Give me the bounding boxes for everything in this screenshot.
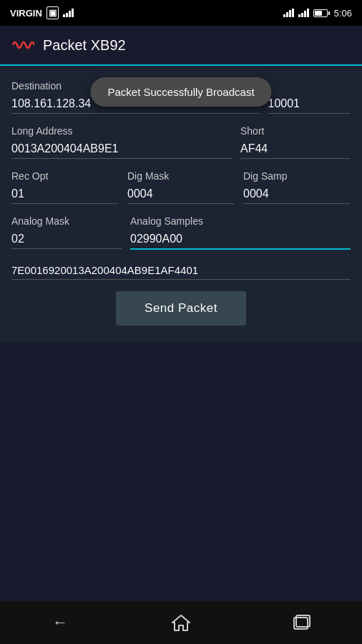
carrier-text: VIRGIN <box>10 8 42 19</box>
clock: 5:06 <box>334 8 352 19</box>
analog-row: Analog Mask Analog Samples <box>11 215 351 250</box>
dig-mask-label: Dig Mask <box>127 170 235 182</box>
toast-message: Packet Successfully Broadcast <box>107 86 254 98</box>
destination-port-input[interactable] <box>268 94 351 114</box>
analog-samples-input[interactable] <box>130 230 351 250</box>
app-logo-icon <box>11 36 34 54</box>
recent-button[interactable] <box>284 610 320 635</box>
analog-mask-label: Analog Mask <box>11 215 122 227</box>
short-address-input[interactable] <box>240 140 351 159</box>
port-label <box>268 80 351 92</box>
status-carrier: VIRGIN ▣ <box>10 6 74 19</box>
analog-mask-group: Analog Mask <box>11 215 122 250</box>
packet-data-row <box>11 261 351 280</box>
rec-opt-input[interactable] <box>11 185 119 204</box>
packet-data-input[interactable] <box>11 261 351 280</box>
wifi-icon <box>283 9 294 17</box>
long-address-input[interactable] <box>11 140 232 159</box>
battery-icon <box>313 9 330 17</box>
long-address-label: Long Address <box>11 125 232 137</box>
analog-mask-input[interactable] <box>11 230 122 249</box>
svg-marker-0 <box>172 615 190 630</box>
app-bar: Packet XB92 <box>0 26 362 66</box>
analog-samples-label: Analog Samples <box>130 215 351 227</box>
destination-port-group <box>268 80 351 114</box>
media-icon: ▣ <box>47 6 59 19</box>
dig-samp-input[interactable] <box>243 185 351 204</box>
back-button[interactable]: ← <box>42 610 78 635</box>
app-title: Packet XB92 <box>43 37 126 54</box>
bottom-nav: ← <box>0 601 362 644</box>
address-row: Long Address Short <box>11 125 351 159</box>
rec-opt-group: Rec Opt <box>11 170 119 204</box>
dig-samp-label: Dig Samp <box>243 170 351 182</box>
dig-mask-group: Dig Mask <box>127 170 235 204</box>
short-address-label: Short <box>240 125 351 137</box>
status-right: 5:06 <box>283 8 352 19</box>
signal-bars-icon <box>63 9 74 17</box>
analog-samples-group: Analog Samples <box>130 215 351 250</box>
dig-samp-group: Dig Samp <box>243 170 351 204</box>
main-content: Destination Long Address Short Rec Opt D… <box>0 66 362 343</box>
short-address-group: Short <box>240 125 351 159</box>
home-button[interactable] <box>163 610 199 635</box>
send-packet-button[interactable]: Send Packet <box>116 291 246 326</box>
toast-notification: Packet Successfully Broadcast <box>90 77 271 107</box>
long-address-group: Long Address <box>11 125 232 159</box>
dig-mask-input[interactable] <box>127 185 235 204</box>
status-bar: VIRGIN ▣ 5:06 <box>0 0 362 26</box>
rec-opt-label: Rec Opt <box>11 170 119 182</box>
lte-bars-icon <box>298 9 309 17</box>
recent-icon <box>293 615 310 630</box>
home-icon <box>172 613 190 632</box>
back-icon: ← <box>52 613 68 632</box>
options-row: Rec Opt Dig Mask Dig Samp <box>11 170 351 204</box>
